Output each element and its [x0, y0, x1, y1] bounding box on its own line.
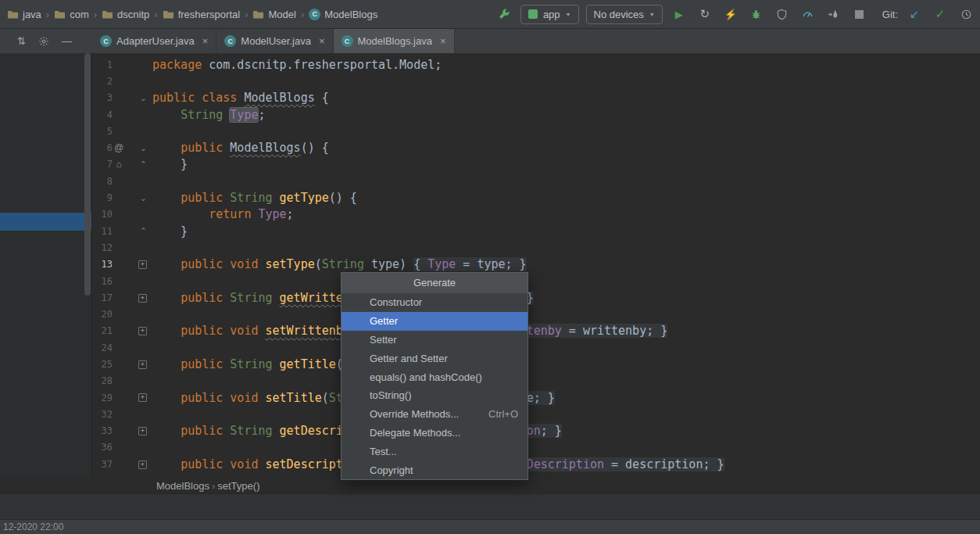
profiler-icon[interactable]: [799, 5, 817, 23]
run-icon[interactable]: ▶: [670, 5, 689, 23]
close-tab-icon[interactable]: ×: [319, 35, 325, 47]
fold-marker-icon[interactable]: +: [125, 360, 152, 369]
apply-code-changes-icon[interactable]: ⚡: [721, 5, 740, 23]
fold-marker-icon[interactable]: ⌄: [125, 144, 152, 152]
code-line[interactable]: 28: [92, 373, 980, 389]
class-icon: C: [309, 9, 320, 20]
menu-item-label: Copyright: [370, 464, 413, 476]
menu-item-setter[interactable]: Setter: [342, 331, 528, 349]
code-line[interactable]: 5: [92, 123, 980, 139]
line-number: 8: [92, 176, 113, 187]
fold-marker-icon[interactable]: ⌄: [125, 94, 152, 102]
tab-modeluser-java[interactable]: CModelUser.java×: [216, 29, 333, 53]
code-text: }: [152, 224, 188, 238]
attach-debugger-icon[interactable]: [824, 5, 843, 23]
selected-tree-item[interactable]: [0, 213, 91, 231]
gear-icon[interactable]: [38, 36, 49, 47]
code-line[interactable]: 3⌄public class ModelBlogs {: [92, 90, 980, 106]
fold-marker-icon[interactable]: ⌄: [125, 194, 152, 202]
code-line[interactable]: 2: [92, 73, 980, 89]
menu-item-getter-and-setter[interactable]: Getter and Setter: [342, 349, 528, 367]
code-line[interactable]: 33+ public String getDescription() { ret…: [92, 423, 980, 439]
debug-icon[interactable]: [747, 5, 766, 23]
menu-item-test[interactable]: Test...: [342, 442, 528, 461]
fold-marker-icon[interactable]: +: [125, 327, 152, 336]
code-line[interactable]: 32: [92, 406, 980, 422]
breadcrumb-item-settype[interactable]: setType(): [217, 480, 259, 492]
run-config-select[interactable]: app ▼: [520, 5, 579, 24]
generate-menu-title: Generate: [342, 273, 528, 293]
nav-item-dscnitp[interactable]: dscnitp: [99, 7, 152, 22]
code-line[interactable]: 13+ public void setType(String type) { T…: [92, 256, 980, 273]
device-select[interactable]: No devices ▼: [586, 5, 663, 24]
nav-item-freshersportal[interactable]: freshersportal: [160, 7, 242, 22]
coverage-icon[interactable]: [773, 5, 792, 23]
gutter-mark-icon: @: [113, 142, 125, 153]
menu-item-delegate-methods[interactable]: Delegate Methods...: [342, 424, 528, 443]
line-number: 10: [92, 209, 113, 220]
code-line[interactable]: 6@⌄ public ModelBlogs() {: [92, 139, 980, 156]
collapse-all-icon[interactable]: ⇅: [17, 35, 26, 47]
close-tab-icon[interactable]: ×: [440, 35, 446, 47]
folded-code[interactable]: { Description = description; }: [513, 457, 724, 471]
menu-item-constructor[interactable]: Constructor: [342, 293, 528, 312]
code-text: public ModelBlogs() {: [152, 141, 329, 155]
code-line[interactable]: 37+ public void setDescription(String de…: [92, 456, 980, 472]
fold-marker-icon[interactable]: ⌃: [125, 160, 152, 169]
code-line[interactable]: 12: [92, 239, 980, 256]
tab-adapteruser-java[interactable]: CAdapterUser.java×: [92, 29, 216, 53]
code-line[interactable]: 25+ public String getTitle() { return Ti…: [92, 356, 980, 372]
menu-item-override-methods[interactable]: Override Methods...Ctrl+O: [342, 405, 528, 424]
nav-item-modelblogs[interactable]: CModelBlogs: [306, 7, 380, 22]
code-line[interactable]: 21+ public void setWrittenby(String writ…: [92, 323, 980, 339]
code-line[interactable]: 4 String Type;: [92, 106, 980, 123]
line-number: 29: [92, 392, 113, 403]
git-update-icon[interactable]: ↙: [905, 5, 924, 23]
code-line[interactable]: 11⌃ }: [92, 223, 980, 239]
code-line[interactable]: 36: [92, 439, 980, 456]
apply-changes-icon[interactable]: ↻: [696, 5, 714, 23]
line-number: 33: [92, 425, 113, 436]
project-panel[interactable]: [0, 53, 92, 478]
folder-icon: [102, 9, 113, 20]
code-text: public String getType() {: [152, 191, 357, 205]
breadcrumb-item-modelblogs[interactable]: ModelBlogs: [156, 480, 209, 492]
fold-marker-icon[interactable]: +: [125, 393, 152, 403]
hide-panel-icon[interactable]: —: [62, 35, 72, 47]
menu-item-tostring[interactable]: toString(): [342, 386, 528, 405]
folder-icon: [163, 9, 174, 20]
code-line[interactable]: 1package com.dscnitp.freshersportal.Mode…: [92, 56, 980, 73]
fold-marker-icon[interactable]: +: [125, 426, 152, 435]
code-line[interactable]: 9⌄ public String getType() {: [92, 189, 980, 206]
git-history-icon[interactable]: [957, 5, 975, 23]
code-line[interactable]: 24: [92, 339, 980, 356]
nav-item-java[interactable]: java: [5, 7, 44, 22]
menu-item-getter[interactable]: Getter: [342, 312, 528, 331]
git-commit-icon[interactable]: ✓: [931, 5, 950, 23]
panel-scrollbar[interactable]: [84, 53, 91, 296]
code-line[interactable]: 8: [92, 173, 980, 189]
stop-icon[interactable]: [850, 5, 869, 23]
code-line[interactable]: 10 return Type;: [92, 206, 980, 223]
main-toolbar: java›com›dscnitp›freshersportal›Model›CM…: [0, 0, 980, 29]
menu-item-label: toString(): [370, 389, 411, 401]
fold-marker-icon[interactable]: +: [125, 260, 152, 269]
code-line[interactable]: 29+ public void setTitle(String title) {…: [92, 389, 980, 406]
build-wrench-icon[interactable]: [495, 5, 513, 23]
code-line[interactable]: 17+ public String getWrittenby() { retur…: [92, 289, 980, 306]
nav-item-com[interactable]: com: [52, 7, 91, 22]
toolbar-actions: app ▼ No devices ▼ ▶ ↻ ⚡ Git: ↙ ✓: [495, 5, 975, 24]
menu-item-equals-and-hashcode[interactable]: equals() and hashCode(): [342, 367, 528, 386]
menu-item-copyright[interactable]: Copyright: [342, 461, 528, 479]
code-line[interactable]: 16: [92, 273, 980, 289]
fold-marker-icon[interactable]: +: [125, 460, 152, 469]
fold-marker-icon[interactable]: +: [125, 293, 152, 303]
fold-marker-icon[interactable]: ⌃: [125, 227, 152, 235]
folded-code[interactable]: { Type = type; }: [413, 257, 527, 271]
editor[interactable]: 1package com.dscnitp.freshersportal.Mode…: [92, 53, 980, 478]
nav-item-model[interactable]: Model: [250, 7, 298, 22]
code-line[interactable]: 20: [92, 306, 980, 322]
close-tab-icon[interactable]: ×: [202, 35, 209, 47]
code-line[interactable]: 7⌂⌃ }: [92, 156, 980, 173]
tab-modelblogs-java[interactable]: CModelBlogs.java×: [334, 29, 455, 53]
